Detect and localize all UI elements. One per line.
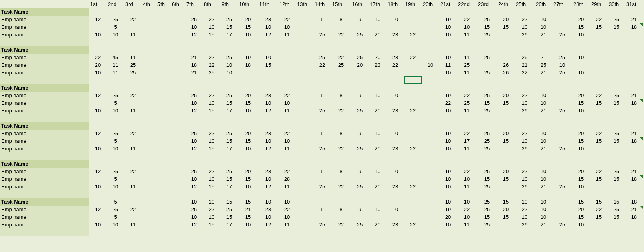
cell[interactable]: 25: [220, 130, 238, 137]
cell[interactable]: [535, 46, 552, 54]
cell[interactable]: [156, 107, 171, 114]
col-header-31[interactable]: 31st: [625, 0, 643, 8]
cell[interactable]: 10: [572, 183, 590, 190]
cell[interactable]: 15: [572, 137, 590, 145]
cell[interactable]: 23: [258, 206, 278, 213]
cell[interactable]: 22: [457, 168, 477, 175]
cell[interactable]: [258, 228, 278, 236]
cell[interactable]: 11: [124, 183, 142, 190]
cell[interactable]: 10: [278, 23, 296, 31]
cell[interactable]: [351, 122, 369, 130]
cell[interactable]: 23: [386, 107, 404, 114]
cell[interactable]: [590, 183, 608, 190]
cell[interactable]: [515, 122, 535, 130]
cell[interactable]: [608, 31, 625, 38]
cell[interactable]: 9: [351, 206, 369, 213]
cell[interactable]: 15: [608, 99, 625, 107]
cell[interactable]: [203, 38, 220, 46]
cell[interactable]: [258, 38, 278, 46]
cell[interactable]: [535, 228, 552, 236]
cell[interactable]: 15: [220, 99, 238, 107]
cell[interactable]: 19: [439, 16, 457, 23]
cell[interactable]: [107, 38, 124, 46]
cell[interactable]: 10: [185, 137, 203, 145]
cell[interactable]: 21: [185, 69, 203, 76]
cell[interactable]: [590, 84, 608, 92]
cell[interactable]: 22: [386, 61, 404, 69]
cell[interactable]: 19: [439, 206, 457, 213]
cell[interactable]: 22: [278, 92, 296, 99]
cell[interactable]: 25: [477, 16, 497, 23]
cell[interactable]: 12: [89, 206, 107, 213]
cell[interactable]: 12: [185, 31, 203, 38]
col-header-14[interactable]: 14th: [313, 0, 331, 8]
cell[interactable]: [439, 114, 457, 122]
cell[interactable]: [590, 221, 608, 228]
cell[interactable]: 10: [278, 213, 296, 221]
cell[interactable]: [351, 152, 369, 160]
cell[interactable]: [331, 8, 351, 16]
cell[interactable]: 18: [238, 61, 258, 69]
cell[interactable]: [369, 99, 386, 107]
cell[interactable]: [278, 122, 296, 130]
cell[interactable]: [386, 76, 404, 84]
cell[interactable]: 26: [515, 31, 535, 38]
cell[interactable]: 10: [238, 221, 258, 228]
cell[interactable]: [515, 228, 535, 236]
cell[interactable]: [107, 190, 124, 198]
cell[interactable]: [238, 38, 258, 46]
cell[interactable]: 11: [124, 145, 142, 152]
cell[interactable]: [552, 38, 572, 46]
cell[interactable]: [107, 76, 124, 84]
cell[interactable]: 25: [351, 54, 369, 61]
cell[interactable]: [590, 8, 608, 16]
cell[interactable]: [404, 61, 422, 69]
cell[interactable]: [171, 92, 185, 99]
cell[interactable]: 10: [369, 92, 386, 99]
cell[interactable]: [351, 99, 369, 107]
cell[interactable]: 10: [89, 221, 107, 228]
cell[interactable]: 8: [331, 16, 351, 23]
cell[interactable]: [422, 54, 439, 61]
cell[interactable]: 15: [497, 99, 515, 107]
cell[interactable]: 22: [515, 92, 535, 99]
col-header-25[interactable]: 25th: [515, 0, 535, 8]
cell[interactable]: 19: [439, 168, 457, 175]
cell[interactable]: 10: [386, 168, 404, 175]
cell[interactable]: 25: [552, 145, 572, 152]
cell[interactable]: 10: [515, 175, 535, 183]
cell[interactable]: [552, 114, 572, 122]
cell[interactable]: [625, 145, 643, 152]
cell[interactable]: [296, 107, 313, 114]
cell[interactable]: 10: [386, 92, 404, 99]
cell[interactable]: [457, 122, 477, 130]
cell[interactable]: 11: [124, 54, 142, 61]
cell[interactable]: [552, 213, 572, 221]
cell[interactable]: 15: [497, 137, 515, 145]
cell[interactable]: [124, 76, 142, 84]
cell[interactable]: [552, 84, 572, 92]
cell[interactable]: [535, 84, 552, 92]
cell[interactable]: 10: [258, 198, 278, 206]
cell[interactable]: 10: [369, 16, 386, 23]
cell[interactable]: [142, 122, 156, 130]
cell[interactable]: 11: [457, 54, 477, 61]
col-header-18[interactable]: 18th: [386, 0, 404, 8]
cell[interactable]: [313, 38, 331, 46]
cell[interactable]: 10: [258, 54, 278, 61]
cell[interactable]: 25: [477, 183, 497, 190]
cell[interactable]: 10: [185, 175, 203, 183]
cell[interactable]: 11: [457, 107, 477, 114]
cell[interactable]: 23: [258, 130, 278, 137]
cell[interactable]: [497, 145, 515, 152]
cell[interactable]: [404, 84, 422, 92]
cell[interactable]: 5: [107, 99, 124, 107]
cell[interactable]: [238, 76, 258, 84]
cell[interactable]: 20: [351, 61, 369, 69]
cell[interactable]: [258, 8, 278, 16]
cell[interactable]: [386, 228, 404, 236]
cell[interactable]: 25: [220, 92, 238, 99]
cell[interactable]: [497, 76, 515, 84]
cell[interactable]: [296, 198, 313, 206]
cell[interactable]: [351, 46, 369, 54]
